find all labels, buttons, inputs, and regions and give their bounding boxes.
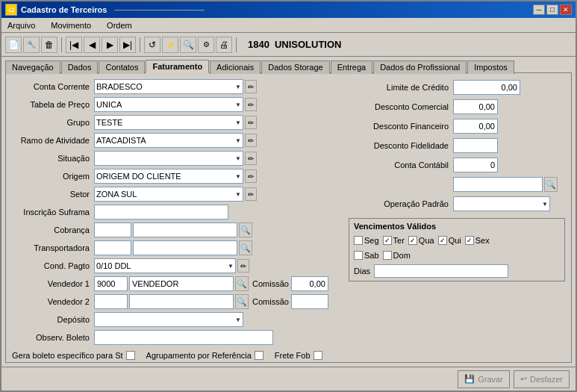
prev-button[interactable]: ◀ [84, 37, 100, 53]
tab-dados[interactable]: Dados [61, 60, 99, 74]
first-button[interactable]: |◀ [66, 37, 82, 53]
menu-movimento[interactable]: Movimento [49, 21, 93, 30]
deposito-label: Depósito [12, 315, 94, 324]
transportadora-search-button[interactable]: 🔍 [239, 240, 252, 255]
gera-boleto-checkbox[interactable] [126, 351, 135, 360]
desconto-financeiro-input[interactable] [453, 119, 498, 134]
inscricao-suframa-input[interactable] [94, 205, 228, 220]
record-name: UNISOLUTION [275, 39, 342, 50]
menu-ordem[interactable]: Ordem [105, 21, 134, 30]
print-button[interactable]: 🖨 [216, 37, 232, 53]
dias-input[interactable] [374, 264, 508, 278]
cond-pagto-edit-button[interactable]: ✏ [237, 259, 249, 273]
observ-boleto-label: Observ. Boleto [12, 333, 94, 342]
venc-ter-checkbox[interactable] [383, 236, 392, 245]
minimize-button[interactable]: ─ [533, 4, 545, 15]
venc-sab-checkbox[interactable] [354, 251, 363, 260]
vendedor1-name-input[interactable] [129, 276, 234, 291]
operacao-padrao-select[interactable] [453, 196, 550, 211]
venc-dom-checkbox[interactable] [383, 251, 392, 260]
agrupamento-checkbox[interactable] [255, 351, 263, 360]
desconto-fidelidade-input[interactable] [453, 138, 498, 153]
cobranca-search-button[interactable]: 🔍 [239, 223, 252, 237]
setor-edit-button[interactable]: ✏ [245, 187, 257, 201]
settings-button[interactable]: ⚙ [198, 37, 214, 53]
search-button[interactable]: 🔧 [23, 37, 40, 53]
deposito-select[interactable] [94, 312, 243, 327]
tab-contatos[interactable]: Contatos [99, 60, 145, 74]
tabela-preco-edit-button[interactable]: ✏ [245, 98, 257, 111]
vendedor2-code-input[interactable] [94, 294, 128, 309]
tab-navegacao[interactable]: Navegação [5, 60, 60, 74]
maximize-button[interactable]: □ [546, 4, 558, 15]
comissao1-input[interactable] [291, 276, 328, 291]
desfazer-button[interactable]: ↩ Desfazer [514, 370, 570, 388]
situacao-edit-button[interactable]: ✏ [245, 152, 257, 165]
tab-faturamento[interactable]: Faturamento [146, 60, 209, 73]
next-button[interactable]: ▶ [102, 37, 118, 53]
cond-pagto-wrapper: 0/10 DDL [94, 258, 236, 273]
tab-dados-storage[interactable]: Dados Storage [261, 60, 329, 74]
origem-edit-button[interactable]: ✏ [245, 169, 257, 183]
venc-sab-item: Sab [354, 251, 379, 260]
desfazer-icon: ↩ [520, 374, 527, 384]
tab-entrega[interactable]: Entrega [331, 60, 373, 74]
close-button[interactable]: ✕ [560, 4, 572, 15]
vendedor2-name-input[interactable] [129, 294, 234, 309]
vendedor1-code-input[interactable] [94, 276, 128, 291]
desconto-comercial-input[interactable] [453, 99, 498, 114]
limite-credito-label: Limite de Crédito [349, 83, 453, 92]
venc-sex-checkbox[interactable] [465, 236, 474, 245]
new-button[interactable]: 📄 [5, 37, 22, 53]
conta-contabil-search-button[interactable]: 🔍 [544, 177, 558, 192]
conta-corrente-row: Conta Corrente BRADESCO ✏ [12, 79, 341, 94]
origem-select[interactable]: ORIGEM DO CLIENTE [94, 169, 243, 184]
menu-arquivo[interactable]: Arquivo [5, 21, 37, 30]
conta-contabil-input[interactable] [453, 158, 498, 172]
venc-qui-checkbox[interactable] [438, 236, 447, 245]
tabela-preco-select[interactable]: UNICA [94, 97, 243, 112]
find-button[interactable]: 🔍 [180, 37, 196, 53]
venc-qua-label: Qua [419, 236, 434, 245]
grupo-select[interactable]: TESTE [94, 115, 243, 130]
comissao2-input[interactable] [291, 294, 328, 309]
inscricao-suframa-label: Inscrição Suframa [12, 208, 94, 217]
grupo-edit-button[interactable]: ✏ [245, 116, 257, 129]
grupo-wrapper: TESTE [94, 115, 243, 130]
cobranca-name-input[interactable] [133, 223, 237, 237]
refresh-button[interactable]: ↺ [144, 37, 160, 53]
conta-corrente-select[interactable]: BRADESCO [94, 79, 243, 94]
vendedor1-search-button[interactable]: 🔍 [235, 276, 249, 291]
toolbar: 📄 🔧 🗑 |◀ ◀ ▶ ▶| ↺ ⚡ 🔍 ⚙ 🖨 1840 UNISOLUTI… [1, 33, 576, 57]
transportadora-name-input[interactable] [133, 240, 237, 255]
cobranca-code-input[interactable] [94, 223, 131, 237]
last-button[interactable]: ▶| [119, 37, 136, 53]
gravar-button[interactable]: 💾 Gravar [458, 370, 510, 388]
ramo-atividade-select[interactable]: ATACADISTA [94, 133, 243, 148]
vendedor2-search-button[interactable]: 🔍 [235, 294, 249, 309]
limite-credito-input[interactable] [453, 80, 520, 95]
venc-seg-label: Seg [364, 236, 379, 245]
tab-impostos[interactable]: Impostos [467, 60, 514, 74]
setor-select[interactable]: ZONA SUL [94, 187, 243, 202]
cond-pagto-select[interactable]: 0/10 DDL [94, 258, 236, 273]
venc-qua-checkbox[interactable] [408, 236, 417, 245]
delete-button[interactable]: 🗑 [41, 37, 57, 53]
tab-dados-profissional[interactable]: Dados do Profissional [373, 60, 467, 74]
tab-adicionais[interactable]: Adicionais [210, 60, 261, 74]
vencimentos-box: Vencimentos Válidos Seg Ter [349, 218, 565, 281]
frete-fob-checkbox[interactable] [314, 351, 322, 360]
conta-corrente-edit-button[interactable]: ✏ [245, 80, 257, 93]
transportadora-code-input[interactable] [94, 240, 131, 255]
ramo-atividade-edit-button[interactable]: ✏ [245, 134, 257, 147]
form-left: Conta Corrente BRADESCO ✏ Tabela de Preç… [12, 79, 341, 356]
situacao-select[interactable] [94, 151, 243, 166]
save-all-button[interactable]: ⚡ [162, 37, 178, 53]
form-right: Limite de Crédito Desconto Comercial Des… [349, 79, 565, 356]
action-bar: 💾 Gravar ↩ Desfazer [1, 367, 576, 391]
venc-ter-item: Ter [383, 236, 405, 245]
gera-boleto-item: Gera boleto específico para St [12, 351, 135, 360]
observ-boleto-input[interactable] [94, 330, 273, 345]
venc-seg-checkbox[interactable] [354, 236, 363, 245]
conta-contabil-search-input[interactable] [453, 177, 543, 192]
